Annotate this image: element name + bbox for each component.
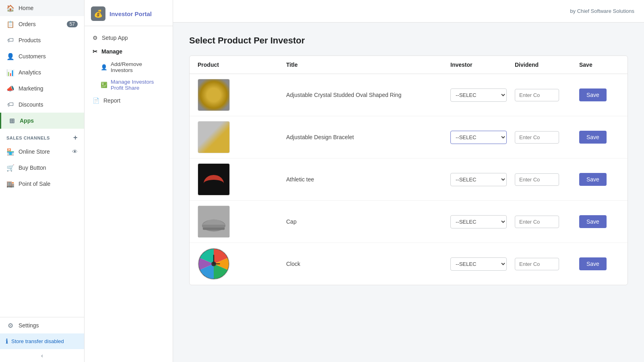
app-nav-manage-profit[interactable]: 💹 Manage Investors Profit Share <box>85 76 173 94</box>
add-sales-channel-button[interactable]: + <box>73 134 78 142</box>
apps-icon: ⊞ <box>8 117 16 125</box>
nav-orders[interactable]: 📋 Orders 57 <box>0 16 84 32</box>
dividend-input-3[interactable] <box>515 173 559 186</box>
investor-select-4[interactable]: --SELEC <box>450 215 507 228</box>
table-row: Clock --SELEC Save <box>190 243 627 285</box>
product-image-cell <box>198 79 286 111</box>
nav-discounts[interactable]: 🏷 Discounts <box>0 97 84 113</box>
product-image-cell <box>198 163 286 195</box>
col-investor: Investor <box>450 62 515 68</box>
table-row: Cap --SELEC Save <box>190 201 627 243</box>
dividend-cell-1 <box>515 89 579 101</box>
investor-select-1[interactable]: --SELEC <box>450 88 507 102</box>
orders-icon: 📋 <box>6 20 14 28</box>
main-content: by Chief Software Solutions Select Produ… <box>173 0 644 362</box>
product-title-5: Clock <box>286 261 450 267</box>
customers-icon: 👤 <box>6 52 14 60</box>
dividend-input-2[interactable] <box>515 131 559 144</box>
app-nav-manage[interactable]: ✂ Manage <box>85 45 173 58</box>
save-button-4[interactable]: Save <box>579 215 607 228</box>
content-area: Select Product Per Investor Product Titl… <box>173 23 644 362</box>
investor-cell-2: --SELEC <box>450 131 515 144</box>
save-button-5[interactable]: Save <box>579 257 607 270</box>
person-icon: 👤 <box>101 64 107 70</box>
save-cell-1: Save <box>579 88 619 101</box>
investor-cell-1: --SELEC <box>450 88 515 102</box>
report-icon: 📄 <box>93 97 99 104</box>
main-nav: 🏠 Home 📋 Orders 57 🏷 Products 👤 Customer… <box>0 0 84 129</box>
product-image-clock <box>198 248 230 280</box>
nav-settings[interactable]: ⚙ Settings <box>0 317 84 333</box>
product-title-3: Athletic tee <box>286 176 450 183</box>
dividend-cell-5 <box>515 258 579 270</box>
col-title: Title <box>286 62 450 68</box>
app-nav: ⚙ Setup App ✂ Manage 👤 Add/Remove Invest… <box>85 26 173 112</box>
save-button-2[interactable]: Save <box>579 131 607 144</box>
product-title-2: Adjustable Design Bracelet <box>286 134 450 140</box>
save-cell-3: Save <box>579 173 619 186</box>
app-nav-add-remove[interactable]: 👤 Add/Remove Investors <box>85 58 173 76</box>
product-image-tee <box>198 163 230 195</box>
nav-products[interactable]: 🏷 Products <box>0 32 84 48</box>
save-cell-4: Save <box>579 215 619 228</box>
left-sidebar: 🏠 Home 📋 Orders 57 🏷 Products 👤 Customer… <box>0 0 85 362</box>
svg-rect-2 <box>203 228 225 230</box>
app-header: 💰 Investor Portal <box>85 0 173 26</box>
dividend-input-5[interactable] <box>515 258 559 270</box>
product-title-4: Cap <box>286 218 450 225</box>
app-title: Investor Portal <box>109 10 152 17</box>
sales-channels-section: SALES CHANNELS + <box>0 129 84 144</box>
investor-cell-4: --SELEC <box>450 215 515 228</box>
orders-badge: 57 <box>67 21 78 27</box>
table-row: Adjustable Design Bracelet --SELEC Save <box>190 116 627 158</box>
nav-buy-button[interactable]: 🛒 Buy Button <box>0 160 84 176</box>
store-transfer-banner: ℹ Store transfer disabled <box>0 333 84 349</box>
dividend-input-1[interactable] <box>515 89 559 101</box>
app-nav-report[interactable]: 📄 Report <box>85 94 173 107</box>
app-sidebar: 💰 Investor Portal ⚙ Setup App ✂ Manage 👤… <box>85 0 173 362</box>
nav-home[interactable]: 🏠 Home <box>0 0 84 16</box>
product-image-cell <box>198 206 286 238</box>
investor-select-2[interactable]: --SELEC <box>450 131 507 144</box>
table-header: Product Title Investor Dividend Save <box>190 56 627 74</box>
product-image-cap <box>198 206 230 238</box>
buy-button-icon: 🛒 <box>6 164 14 172</box>
col-save: Save <box>579 62 619 68</box>
online-store-eye-icon[interactable]: 👁 <box>72 148 78 155</box>
product-table: Product Title Investor Dividend Save Adj… <box>189 56 628 285</box>
manage-icon: ✂ <box>93 48 97 55</box>
nav-online-store[interactable]: 🏪 Online Store 👁 <box>0 144 84 160</box>
sidebar-collapse-button[interactable]: ‹ <box>0 349 84 362</box>
nav-analytics[interactable]: 📊 Analytics <box>0 64 84 80</box>
product-title-1: Adjustable Crystal Studded Oval Shaped R… <box>286 92 450 98</box>
product-image-bracelet <box>198 121 230 153</box>
investor-cell-3: --SELEC <box>450 173 515 186</box>
product-image-cell <box>198 248 286 280</box>
save-button-1[interactable]: Save <box>579 88 607 101</box>
discounts-icon: 🏷 <box>6 101 14 109</box>
nav-apps[interactable]: ⊞ Apps <box>0 113 84 129</box>
dividend-input-4[interactable] <box>515 216 559 228</box>
investor-select-3[interactable]: --SELEC <box>450 173 507 186</box>
manage-profit-icon: 💹 <box>101 82 107 88</box>
app-logo: 💰 <box>91 6 105 21</box>
dividend-cell-4 <box>515 216 579 228</box>
table-row: Adjustable Crystal Studded Oval Shaped R… <box>190 74 627 116</box>
investor-select-5[interactable]: --SELEC <box>450 257 507 271</box>
nav-point-of-sale[interactable]: 🏬 Point of Sale <box>0 176 84 192</box>
save-cell-2: Save <box>579 131 619 144</box>
nav-customers[interactable]: 👤 Customers <box>0 48 84 64</box>
nav-marketing[interactable]: 📣 Marketing <box>0 80 84 97</box>
products-icon: 🏷 <box>6 36 14 44</box>
page-title: Select Product Per Investor <box>189 35 628 46</box>
analytics-icon: 📊 <box>6 68 14 76</box>
product-image-ring <box>198 79 230 111</box>
app-nav-setup[interactable]: ⚙ Setup App <box>85 31 173 45</box>
top-bar: by Chief Software Solutions <box>173 0 644 23</box>
save-button-3[interactable]: Save <box>579 173 607 186</box>
product-image-cell <box>198 121 286 153</box>
home-icon: 🏠 <box>6 4 14 12</box>
pos-icon: 🏬 <box>6 180 14 188</box>
sidebar-bottom: ⚙ Settings ℹ Store transfer disabled ‹ <box>0 317 84 362</box>
marketing-icon: 📣 <box>6 84 14 93</box>
